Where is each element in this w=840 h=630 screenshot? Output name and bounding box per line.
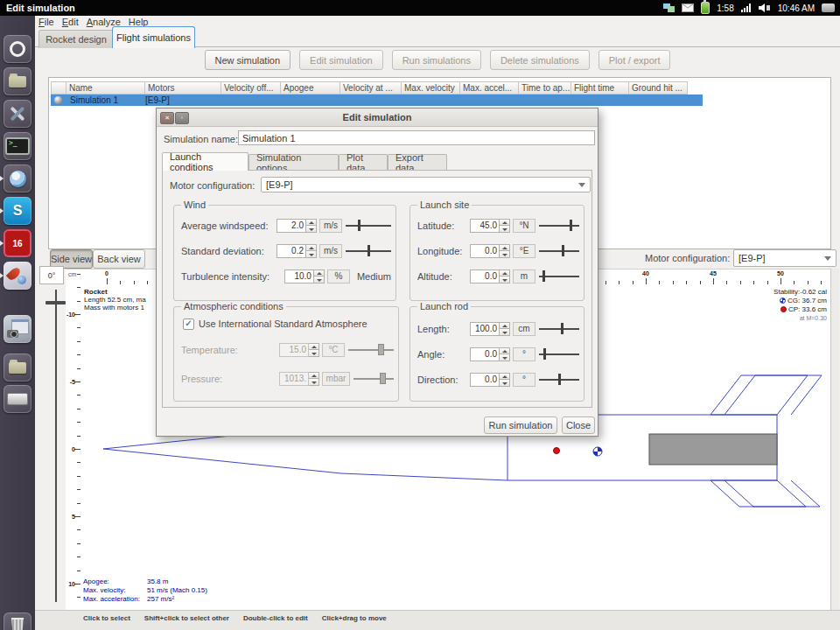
network-icon[interactable] [663, 3, 675, 13]
table-row[interactable]: Simulation 1 [E9-P] [51, 94, 703, 106]
wind-group: Wind Average windspeed: 2.0 m/s Standard… [173, 205, 396, 301]
rod-angle-unit[interactable]: ° [513, 347, 536, 361]
column-status[interactable] [51, 81, 66, 94]
altitude-spinner[interactable] [500, 270, 510, 284]
rotation-slider[interactable] [55, 290, 57, 602]
turbulence-intensity-field[interactable]: 10.0 [284, 270, 314, 284]
cp-legend-icon [780, 306, 787, 312]
rod-length-unit[interactable]: cm [513, 322, 536, 336]
rod-angle-field[interactable]: 0.0 [470, 347, 500, 361]
motor-configuration-select[interactable]: [E9-P] [733, 249, 836, 267]
rod-angle-slider[interactable] [539, 347, 579, 360]
rod-length-slider[interactable] [539, 322, 579, 335]
column-ground-hit[interactable]: Ground hit ... [629, 81, 688, 94]
launch-site-group-title: Launch site [417, 200, 472, 210]
rod-direction-slider[interactable] [539, 373, 579, 386]
volume-icon[interactable] [758, 3, 771, 13]
file-manager-icon[interactable] [4, 354, 32, 382]
files-icon[interactable] [4, 67, 32, 95]
average-windspeed-spinner[interactable] [306, 219, 317, 233]
drive-icon [7, 393, 28, 405]
column-time-to-ap[interactable]: Time to ap... [519, 81, 571, 94]
tab-plot-data[interactable]: Plot data [339, 154, 388, 171]
column-velocity-at[interactable]: Velocity at ... [340, 81, 402, 94]
tab-launch-conditions[interactable]: Launch conditions [162, 152, 248, 171]
dialog-titlebar[interactable]: × ▫ Edit simulation [157, 108, 598, 127]
new-simulation-button[interactable]: New simulation [205, 50, 291, 70]
screenshot-tool-icon[interactable] [4, 315, 32, 343]
skype-icon[interactable]: S [4, 197, 32, 225]
tab-flight-simulations[interactable]: Flight simulations [112, 26, 195, 48]
run-simulations-button[interactable]: Run simulations [392, 50, 481, 70]
tab-rocket-design[interactable]: Rocket design [38, 30, 114, 48]
rod-direction-spinner[interactable] [500, 373, 510, 387]
battery-icon[interactable] [701, 2, 710, 14]
maximize-window-icon[interactable]: ▫ [175, 112, 189, 124]
turbulence-intensity-unit[interactable]: % [327, 270, 350, 284]
column-apogee[interactable]: Apogee [281, 81, 340, 94]
mach-note: at M=0.30 [774, 314, 827, 323]
latitude-unit[interactable]: °N [513, 219, 536, 233]
edit-simulation-button[interactable]: Edit simulation [299, 50, 383, 70]
plot-export-button[interactable]: Plot / export [598, 50, 671, 70]
menu-file[interactable]: File [38, 17, 54, 28]
standard-deviation-field[interactable]: 0.2 [276, 244, 306, 258]
chromium-icon[interactable] [4, 164, 32, 192]
rotation-slider-handle[interactable] [46, 301, 66, 304]
rod-direction-field[interactable]: 0.0 [470, 373, 500, 387]
menu-edit[interactable]: Edit [62, 17, 79, 28]
column-max-accel[interactable]: Max. accel... [460, 81, 519, 94]
standard-deviation-unit[interactable]: m/s [319, 244, 342, 258]
rotation-field[interactable]: 0° [39, 266, 64, 284]
rod-direction-unit[interactable]: ° [513, 373, 536, 387]
trash-icon[interactable] [4, 612, 32, 630]
column-velocity-off[interactable]: Velocity off... [221, 81, 281, 94]
tab-export-data[interactable]: Export data [388, 154, 447, 171]
close-window-icon[interactable]: × [160, 112, 174, 124]
longitude-slider[interactable] [539, 244, 579, 257]
column-motors[interactable]: Motors [145, 81, 221, 94]
motor-configuration-select[interactable]: [E9-P] [261, 177, 591, 192]
average-windspeed-slider[interactable] [346, 219, 391, 232]
standard-deviation-spinner[interactable] [306, 244, 317, 258]
harddisk-icon[interactable] [4, 385, 32, 413]
longitude-spinner[interactable] [500, 244, 510, 258]
ubuntu-dash-icon[interactable] [4, 35, 32, 63]
system-tools-icon[interactable] [4, 100, 32, 128]
terminal-icon[interactable]: >_ [4, 132, 32, 160]
average-windspeed-field[interactable]: 2.0 [276, 219, 306, 233]
latitude-spinner[interactable] [500, 219, 510, 233]
standard-deviation-slider[interactable] [346, 244, 391, 257]
delete-simulations-button[interactable]: Delete simulations [490, 50, 590, 70]
openrocket-icon[interactable] [4, 262, 32, 290]
isa-checkbox[interactable]: ✓ [183, 318, 194, 330]
tab-simulation-options[interactable]: Simulation options [248, 154, 339, 171]
signal-icon[interactable] [741, 4, 751, 12]
column-name[interactable]: Name [66, 81, 145, 94]
altitude-unit[interactable]: m [513, 270, 536, 284]
rod-length-field[interactable]: 100.0 [470, 322, 500, 336]
longitude-unit[interactable]: °E [513, 244, 536, 258]
back-view-button[interactable]: Back view [93, 249, 145, 269]
altitude-field[interactable]: 0.0 [470, 270, 500, 284]
close-button[interactable]: Close [562, 416, 595, 434]
simulation-name-input[interactable] [238, 130, 595, 145]
mail-icon[interactable] [682, 4, 694, 12]
latitude-slider[interactable] [539, 219, 579, 232]
turbulence-intensity-spinner[interactable] [314, 270, 325, 284]
rod-length-spinner[interactable] [500, 322, 510, 336]
session-menu-icon[interactable] [822, 4, 835, 12]
average-windspeed-unit[interactable]: m/s [319, 219, 342, 233]
launch-conditions-panel: Motor configuration: [E9-P] Wind Average… [162, 170, 592, 408]
longitude-field[interactable]: 0.0 [470, 244, 500, 258]
latitude-field[interactable]: 45.0 [470, 219, 500, 233]
isa-checkbox-label[interactable]: Use International Standard Atmosphere [199, 318, 368, 329]
column-flight-time[interactable]: Flight time [571, 81, 629, 94]
column-max-velocity[interactable]: Max. velocity [402, 81, 460, 94]
altitude-label: Altitude: [417, 271, 470, 282]
camstudio-icon[interactable]: 16 [4, 229, 32, 257]
rod-angle-spinner[interactable] [500, 347, 510, 361]
altitude-slider[interactable] [539, 270, 579, 283]
run-simulation-button[interactable]: Run simulation [484, 416, 557, 434]
canvas-scrollbar[interactable] [830, 269, 839, 610]
